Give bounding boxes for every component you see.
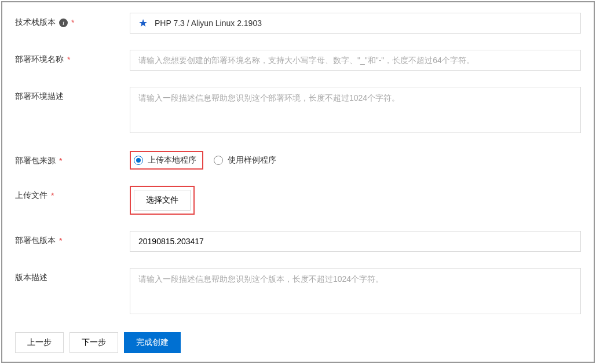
- pkg-source-options: 上传本地程序 使用样例程序: [130, 151, 581, 170]
- radio-label: 上传本地程序: [148, 155, 196, 166]
- row-stack-version: 技术栈版本 i * ★ PHP 7.3 / Aliyun Linux 2.190…: [15, 13, 581, 34]
- env-desc-textarea[interactable]: [130, 87, 581, 133]
- required-mark: *: [71, 18, 74, 27]
- radio-group-pkg-source: 上传本地程序 使用样例程序: [130, 151, 581, 170]
- label-pkg-version: 部署包版本 *: [15, 231, 130, 246]
- label-text: 部署环境名称: [15, 54, 64, 65]
- label-pkg-source: 部署包来源 *: [15, 151, 130, 166]
- row-env-name: 部署环境名称 *: [15, 50, 581, 71]
- pkg-version-input[interactable]: [130, 231, 581, 252]
- row-pkg-source: 部署包来源 * 上传本地程序 使用样例程序: [15, 151, 581, 170]
- radio-circle-icon: [214, 156, 223, 165]
- star-icon: ★: [138, 18, 148, 28]
- label-text: 技术栈版本: [15, 17, 56, 28]
- stack-version-value: PHP 7.3 / Aliyun Linux 2.1903: [155, 19, 262, 28]
- radio-circle-icon: [134, 156, 143, 165]
- env-desc-input-wrap: [130, 87, 581, 135]
- prev-button[interactable]: 上一步: [15, 332, 64, 353]
- info-icon[interactable]: i: [59, 19, 68, 27]
- env-name-input[interactable]: [130, 50, 581, 71]
- button-row: 上一步 下一步 完成创建: [15, 332, 581, 353]
- version-desc-input-wrap: [130, 268, 581, 316]
- highlight-select-file: 选择文件: [130, 186, 195, 215]
- form-container: 技术栈版本 i * ★ PHP 7.3 / Aliyun Linux 2.190…: [1, 1, 595, 363]
- label-env-desc: 部署环境描述: [15, 87, 130, 102]
- label-stack-version: 技术栈版本 i *: [15, 13, 130, 28]
- select-file-button[interactable]: 选择文件: [134, 190, 191, 211]
- required-mark: *: [59, 236, 62, 245]
- label-version-desc: 版本描述: [15, 268, 130, 283]
- radio-use-sample[interactable]: 使用样例程序: [214, 155, 276, 166]
- stack-version-display-wrap: ★ PHP 7.3 / Aliyun Linux 2.1903: [130, 13, 581, 34]
- label-text: 上传文件: [15, 190, 47, 201]
- stack-version-select[interactable]: ★ PHP 7.3 / Aliyun Linux 2.1903: [130, 13, 581, 34]
- finish-create-button[interactable]: 完成创建: [124, 332, 181, 353]
- label-env-name: 部署环境名称 *: [15, 50, 130, 65]
- row-upload-file: 上传文件 * 选择文件: [15, 186, 581, 215]
- env-name-input-wrap: [130, 50, 581, 71]
- required-mark: *: [59, 156, 62, 166]
- highlight-upload-local: 上传本地程序: [130, 151, 203, 170]
- pkg-version-input-wrap: [130, 231, 581, 252]
- label-text: 部署环境描述: [15, 91, 64, 102]
- row-env-desc: 部署环境描述: [15, 87, 581, 135]
- label-upload-file: 上传文件 *: [15, 186, 130, 201]
- label-text: 部署包来源: [15, 156, 56, 166]
- row-pkg-version: 部署包版本 *: [15, 231, 581, 252]
- upload-file-wrap: 选择文件: [130, 186, 581, 215]
- label-text: 版本描述: [15, 273, 47, 283]
- next-button[interactable]: 下一步: [70, 332, 118, 353]
- required-mark: *: [67, 55, 70, 64]
- radio-upload-local[interactable]: 上传本地程序: [134, 155, 196, 166]
- radio-label: 使用样例程序: [228, 155, 276, 166]
- label-text: 部署包版本: [15, 236, 56, 246]
- version-desc-textarea[interactable]: [130, 268, 581, 314]
- required-mark: *: [51, 191, 54, 200]
- row-version-desc: 版本描述: [15, 268, 581, 316]
